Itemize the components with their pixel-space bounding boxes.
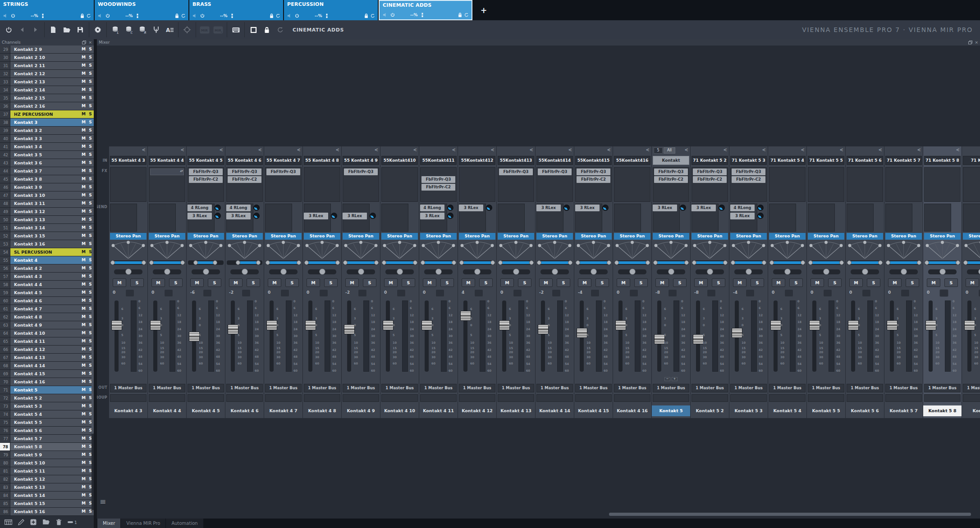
solo-button[interactable]: S: [87, 175, 94, 183]
group-slot[interactable]: [924, 394, 961, 402]
mute-button[interactable]: M: [80, 78, 87, 86]
channel-row[interactable]: 54SL PERCUSSIONMS: [0, 248, 94, 256]
mute-button[interactable]: M: [80, 232, 87, 240]
strip-input-name[interactable]: 71 Konta: [963, 156, 980, 165]
channel-row[interactable]: 72Kontakt 5 2MS: [0, 394, 94, 402]
balance-slider[interactable]: [230, 269, 259, 274]
channel-row[interactable]: 47Kontakt 3 10MS: [0, 191, 94, 200]
channel-row[interactable]: 63Kontakt 4 9MS: [0, 321, 94, 329]
value-menu-box[interactable]: [591, 289, 600, 297]
speaker-mute-icon[interactable]: [383, 13, 388, 17]
pan-mode-button[interactable]: Stereo Pan: [420, 233, 457, 240]
solo-button[interactable]: S: [87, 54, 94, 61]
fx-insert-button[interactable]: FbFltrPr-Q3: [499, 168, 533, 175]
fx-slot-area[interactable]: [381, 167, 418, 202]
solo-button[interactable]: S: [208, 278, 221, 287]
balance-slider[interactable]: [812, 269, 840, 274]
send-level-knob[interactable]: [215, 213, 221, 219]
db-out-icon[interactable]: O: [122, 23, 136, 37]
mute-button[interactable]: M: [80, 305, 87, 313]
mixer-strip[interactable]: <71 Kontakt 5 4Stereo PanMS0630510152030…: [768, 146, 806, 418]
balance-slider[interactable]: [347, 269, 375, 274]
channel-row[interactable]: 74Kontakt 5 4MS: [0, 410, 94, 419]
mixer-strip[interactable]: <55 Kontakt 4 6FbFltrPr-Q3FbFltrPr-C24 R…: [225, 146, 264, 418]
stereo-width-slider[interactable]: [808, 260, 844, 265]
strip-channel-name[interactable]: Kontakt 4 4: [148, 405, 186, 416]
stereo-pan-display[interactable]: [808, 240, 844, 259]
strip-input-name[interactable]: 71 Kontakt 5 4: [769, 156, 806, 165]
channel-row[interactable]: 82Kontakt 5 12MS: [0, 475, 94, 483]
pan-mode-button[interactable]: Stereo Pan: [769, 233, 806, 240]
collapse-strip-button[interactable]: <: [265, 146, 301, 155]
mute-button[interactable]: M: [80, 378, 87, 386]
balance-slider[interactable]: [540, 269, 569, 274]
send-level-knob[interactable]: [757, 213, 764, 219]
mute-button[interactable]: M: [80, 346, 87, 353]
group-slot[interactable]: [691, 394, 728, 402]
mixer-strip[interactable]: <55Kontakt4123 RLexStereo PanMS463051015…: [458, 146, 496, 418]
send-button[interactable]: 3 RLex: [653, 205, 677, 211]
stereo-pan-display[interactable]: [459, 240, 495, 259]
fx-slot-area[interactable]: FbFltrPr-Q3: [536, 167, 573, 202]
channel-row[interactable]: 36Kontakt 2 16MS: [0, 102, 94, 110]
stereo-pan-display[interactable]: [536, 240, 573, 259]
power-icon[interactable]: [295, 14, 299, 18]
mute-button[interactable]: M: [80, 459, 87, 467]
lock-icon[interactable]: [260, 23, 274, 37]
value-menu-box[interactable]: [280, 289, 289, 297]
send-slot-area[interactable]: [963, 204, 980, 232]
db-right-icon[interactable]: R: [136, 23, 149, 37]
strip-channel-name[interactable]: Kontakt 4 8: [303, 405, 341, 416]
mute-button[interactable]: M: [694, 278, 708, 287]
strip-input-name[interactable]: 55Kontakt416: [614, 156, 650, 165]
balance-slider[interactable]: [192, 269, 220, 274]
stereo-pan-display[interactable]: [381, 240, 418, 259]
send-slot-area[interactable]: [110, 204, 137, 232]
strip-channel-name[interactable]: Kontakt 5 7: [884, 405, 923, 416]
strip-input-name[interactable]: 55 Kontakt 4 6: [226, 156, 263, 165]
fader-handle[interactable]: [732, 328, 742, 338]
mute-button[interactable]: M: [190, 278, 204, 287]
mute-button[interactable]: M: [80, 467, 87, 475]
mute-button[interactable]: M: [80, 483, 87, 491]
align-text-icon[interactable]: A: [163, 23, 176, 37]
mute-button[interactable]: M: [80, 419, 87, 426]
strip-input-name[interactable]: 55 Kontakt 4 7: [265, 156, 302, 165]
mixer-strip[interactable]: <55Kontakt414FbFltrPr-Q33 RLexStereo Pan…: [536, 146, 574, 418]
channel-row[interactable]: 35Kontakt 2 15MS: [0, 94, 94, 102]
fader-handle[interactable]: [111, 320, 122, 330]
collapse-strip-button[interactable]: <: [847, 146, 882, 155]
balance-slider[interactable]: [463, 269, 491, 274]
value-menu-box[interactable]: [242, 289, 251, 297]
solo-button[interactable]: S: [87, 167, 94, 175]
group-slot[interactable]: [847, 394, 883, 402]
mixer-strip[interactable]: <55 Kontakt 4 4Stereo PanMS0630510152030…: [148, 146, 186, 418]
channel-row[interactable]: 71Kontakt 5MS: [0, 386, 94, 394]
channel-row[interactable]: 62Kontakt 4 8MS: [0, 313, 94, 321]
value-menu-box[interactable]: [319, 289, 328, 297]
strip-input-name[interactable]: Kontakt: [653, 156, 689, 165]
trash-icon[interactable]: [56, 519, 62, 525]
output-bus-button[interactable]: 1 Master Bus: [149, 384, 185, 392]
mute-button[interactable]: M: [80, 159, 87, 167]
fader-track[interactable]: [270, 300, 274, 372]
value-menu-box[interactable]: [474, 289, 483, 297]
add-instance-button[interactable]: +: [481, 6, 487, 15]
fader-handle[interactable]: [460, 311, 471, 321]
strip-channel-name[interactable]: Kontakt 4 6: [225, 405, 264, 416]
send-button[interactable]: 3 RLex: [536, 205, 561, 211]
solo-button[interactable]: S: [87, 86, 94, 94]
speaker-mute-icon[interactable]: [98, 14, 103, 18]
strip-input-name[interactable]: 55 Kontakt 4 3: [110, 156, 147, 165]
more-options-icon[interactable]: [42, 14, 44, 18]
pan-mode-button[interactable]: Stereo Pan: [730, 233, 767, 240]
fader-handle[interactable]: [615, 320, 626, 330]
solo-button[interactable]: S: [87, 151, 94, 159]
channel-row[interactable]: 68Kontakt 4 14MS: [0, 362, 94, 370]
mirx-icon[interactable]: MIRx: [211, 23, 225, 37]
instance-tab-strings[interactable]: STRINGS--%: [0, 0, 94, 20]
output-bus-button[interactable]: 1 Master Bus: [420, 384, 457, 392]
group-slot[interactable]: [536, 394, 573, 402]
solo-button[interactable]: S: [751, 278, 764, 287]
channel-row[interactable]: 51Kontakt 3 14MS: [0, 224, 94, 232]
